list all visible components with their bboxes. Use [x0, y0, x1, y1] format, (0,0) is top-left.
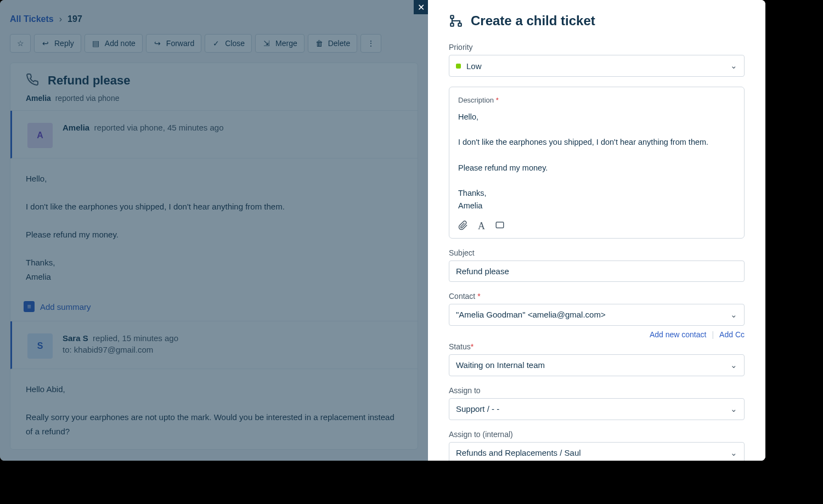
description-editor[interactable]: Description * Hello, I don't like the ea…: [449, 87, 745, 239]
canned-response-icon[interactable]: [495, 220, 505, 233]
add-new-contact-link[interactable]: Add new contact: [650, 330, 707, 339]
author-name: Sara S: [63, 333, 88, 343]
assign-to-select[interactable]: Support / - - ⌄: [449, 398, 745, 420]
ticket-title: Refund please: [48, 73, 130, 88]
close-button[interactable]: ✓Close: [205, 34, 252, 53]
more-button[interactable]: ⋮: [360, 34, 381, 53]
toolbar: ☆ ↩Reply ▤Add note ↪Forward ✓Close ⇲Merg…: [0, 32, 428, 63]
assign-to-label: Assign to: [449, 386, 745, 395]
assign-internal-select[interactable]: Refunds and Replacements / Saul ⌄: [449, 442, 745, 461]
chevron-right-icon: ›: [59, 14, 62, 24]
kebab-icon: ⋮: [367, 39, 375, 48]
status-label: Status*: [449, 342, 745, 351]
note-icon: ▤: [92, 39, 100, 48]
message-meta: replied, 15 minutes ago: [93, 333, 178, 343]
panel-title: Create a child ticket: [471, 13, 595, 29]
contact-label: Contact *: [449, 292, 745, 301]
attachment-icon[interactable]: [458, 220, 468, 233]
svg-rect-0: [450, 15, 453, 18]
avatar: S: [27, 333, 53, 359]
close-label: Close: [225, 39, 245, 48]
message-body: Hello, I don't like the earphones you sh…: [10, 158, 418, 295]
ticket-view: All Tickets › 197 ☆ ↩Reply ▤Add note ↪Fo…: [0, 0, 428, 461]
delete-label: Delete: [328, 39, 350, 48]
close-icon: ✕: [418, 2, 425, 13]
merge-icon: ⇲: [262, 39, 271, 48]
contact-select[interactable]: "Amelia Goodman" <amelia@gmal.com> ⌄: [449, 304, 745, 326]
summary-icon: ≡: [24, 301, 35, 312]
contact-value: "Amelia Goodman" <amelia@gmal.com>: [456, 310, 606, 319]
chevron-down-icon: ⌄: [730, 310, 737, 320]
add-summary-button[interactable]: ≡ Add summary: [10, 295, 418, 321]
message: A Amelia reported via phone, 45 minutes …: [10, 110, 418, 321]
message-to: to: khabid97@gmail.com: [63, 345, 178, 354]
message-body: Hello Abid, Really sorry your earphones …: [10, 369, 418, 449]
chevron-down-icon: ⌄: [730, 404, 737, 414]
phone-icon: [26, 73, 39, 88]
priority-dot-icon: [456, 64, 461, 69]
ticket-card: Refund please Amelia reported via phone …: [10, 63, 418, 450]
forward-icon: ↪: [153, 39, 162, 48]
message-meta: reported via phone, 45 minutes ago: [94, 123, 224, 132]
star-icon: ☆: [16, 39, 25, 48]
chevron-down-icon: ⌄: [730, 360, 737, 370]
check-icon: ✓: [212, 39, 221, 48]
priority-value: Low: [466, 61, 482, 71]
status-select[interactable]: Waiting on Internal team ⌄: [449, 354, 745, 376]
forward-button[interactable]: ↪Forward: [146, 34, 201, 53]
status-value: Waiting on Internal team: [456, 360, 545, 370]
message: S Sara S replied, 15 minutes ago to: kha…: [10, 321, 418, 449]
close-panel-button[interactable]: ✕: [414, 0, 428, 14]
svg-rect-2: [458, 23, 461, 26]
priority-label: Priority: [449, 43, 745, 52]
breadcrumb-root[interactable]: All Tickets: [10, 14, 54, 24]
chevron-down-icon: ⌄: [730, 61, 737, 71]
forward-label: Forward: [166, 39, 194, 48]
required-icon: *: [477, 292, 480, 301]
child-ticket-icon: [449, 14, 463, 28]
add-note-button[interactable]: ▤Add note: [84, 34, 143, 53]
merge-button[interactable]: ⇲Merge: [255, 34, 305, 53]
avatar: A: [27, 123, 53, 148]
chevron-down-icon: ⌄: [730, 448, 737, 458]
priority-select[interactable]: Low ⌄: [449, 55, 745, 77]
description-text[interactable]: Hello, I don't like the earphones you sh…: [458, 111, 735, 213]
add-cc-link[interactable]: Add Cc: [719, 330, 745, 339]
reply-button[interactable]: ↩Reply: [34, 34, 81, 53]
subject-label: Subject: [449, 248, 745, 257]
add-summary-label: Add summary: [40, 302, 91, 312]
trash-icon: 🗑: [315, 39, 324, 48]
create-child-ticket-panel: Create a child ticket Priority Low ⌄ Des…: [428, 0, 765, 461]
star-button[interactable]: ☆: [10, 34, 31, 53]
description-label: Description: [458, 96, 494, 104]
author-name: Amelia: [63, 123, 89, 132]
add-note-label: Add note: [105, 39, 136, 48]
merge-label: Merge: [275, 39, 297, 48]
required-icon: *: [471, 342, 473, 351]
required-icon: *: [496, 96, 499, 104]
delete-button[interactable]: 🗑Delete: [308, 34, 357, 53]
reply-label: Reply: [54, 39, 74, 48]
reply-icon: ↩: [41, 39, 50, 48]
breadcrumb-id: 197: [67, 14, 82, 24]
text-format-icon[interactable]: A: [478, 220, 485, 233]
subject-input[interactable]: [449, 261, 745, 282]
breadcrumb: All Tickets › 197: [0, 0, 428, 32]
assign-to-value: Support / - -: [456, 404, 499, 414]
assign-internal-label: Assign to (internal): [449, 430, 745, 439]
assign-internal-value: Refunds and Replacements / Saul: [456, 448, 581, 457]
ticket-subtitle: Amelia reported via phone: [26, 94, 402, 103]
svg-rect-1: [450, 23, 453, 26]
